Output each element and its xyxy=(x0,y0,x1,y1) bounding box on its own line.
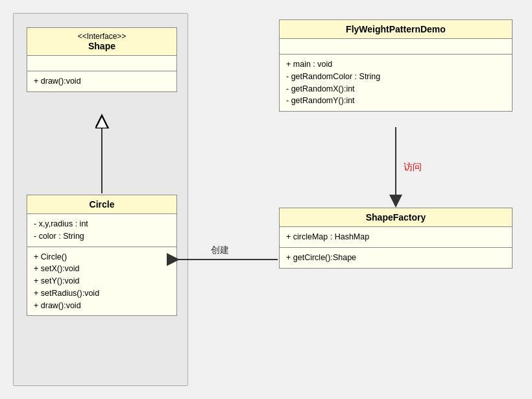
shapefactory-attributes-section: + circleMap : HashMap xyxy=(280,227,512,248)
circle-methods-section: + Circle() + setX():void + setY():void +… xyxy=(27,247,176,316)
flyweight-methods-section: + main : void - getRandomColor : String … xyxy=(280,54,512,111)
flyweight-attributes-section xyxy=(280,39,512,54)
shapefactory-method-getcircle: + getCircle():Shape xyxy=(286,252,505,264)
shape-class-header: <<Interface>> Shape xyxy=(27,28,176,56)
shapefactory-methods-section: + getCircle():Shape xyxy=(280,248,512,268)
shapefactory-class-box: ShapeFactory + circleMap : HashMap + get… xyxy=(279,208,513,269)
circle-class-box: Circle - x,y,radius : int - color : Stri… xyxy=(27,195,177,316)
shapefactory-class-header: ShapeFactory xyxy=(280,208,512,227)
circle-method-setradius: + setRadius():void xyxy=(34,287,170,300)
circle-method-draw: + draw():void xyxy=(34,300,170,312)
diagram-container: <<Interface>> Shape + draw():void Circle… xyxy=(0,0,532,399)
flyweight-class-name: FlyWeightPatternDemo xyxy=(346,24,446,34)
shape-methods-section: + draw():void xyxy=(27,71,176,91)
circle-method-sety: + setY():void xyxy=(34,275,170,287)
shape-attributes-section xyxy=(27,56,176,71)
flyweight-method-color: - getRandomColor : String xyxy=(286,71,505,83)
flyweight-class-box: FlyWeightPatternDemo + main : void - get… xyxy=(279,19,513,112)
shapefactory-attr-circlemap: + circleMap : HashMap xyxy=(286,231,505,243)
access-label: 访问 xyxy=(404,162,422,172)
flyweight-method-main: + main : void xyxy=(286,58,505,71)
circle-class-name: Circle xyxy=(90,199,115,210)
flyweight-method-x: - getRandomX():int xyxy=(286,83,505,95)
shape-method-draw: + draw():void xyxy=(34,75,170,88)
circle-attr-color: - color : String xyxy=(34,230,170,243)
circle-class-header: Circle xyxy=(27,195,176,214)
circle-attributes-section: - x,y,radius : int - color : String xyxy=(27,214,176,247)
flyweight-method-y: - getRandomY():int xyxy=(286,95,505,107)
shape-stereotype: <<Interface>> xyxy=(32,32,171,41)
circle-method-setx: + setX():void xyxy=(34,263,170,275)
shape-class-box: <<Interface>> Shape + draw():void xyxy=(27,27,177,92)
create-label: 创建 xyxy=(211,245,229,255)
flyweight-class-header: FlyWeightPatternDemo xyxy=(280,20,512,39)
circle-attr-xyz: - x,y,radius : int xyxy=(34,218,170,230)
circle-method-constructor: + Circle() xyxy=(34,251,170,263)
shapefactory-class-name: ShapeFactory xyxy=(366,212,426,223)
shape-class-name: Shape xyxy=(88,41,115,51)
